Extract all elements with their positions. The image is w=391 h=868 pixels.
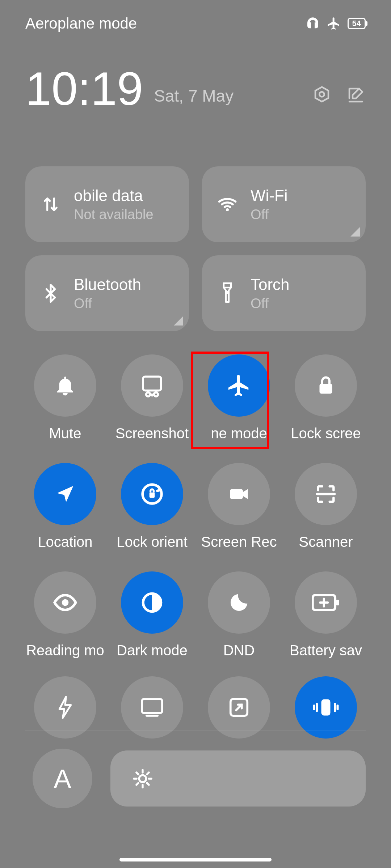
mobile-data-icon — [36, 190, 65, 219]
vibrate-toggle[interactable] — [282, 669, 369, 739]
clock-time: 10:19 — [25, 65, 143, 112]
screen-recorder-label: Screen Rec — [201, 534, 277, 550]
mobile-data-status: Not available — [74, 207, 154, 222]
battery-indicator: 54 — [348, 18, 366, 29]
scanner-toggle[interactable]: Scanner — [282, 459, 369, 568]
dnd-toggle[interactable]: DND — [196, 568, 282, 676]
brightness-row: A — [33, 749, 366, 808]
moon-icon — [228, 591, 250, 614]
status-bar: Aeroplane mode 54 — [0, 0, 391, 47]
screen-recorder-toggle[interactable]: Screen Rec — [196, 459, 282, 568]
expand-corner-icon — [174, 316, 183, 326]
flash-toggle[interactable] — [22, 669, 109, 739]
torch-status: Off — [251, 296, 290, 311]
status-title: Aeroplane mode — [25, 15, 137, 32]
svg-rect-7 — [320, 384, 332, 394]
svg-point-1 — [226, 208, 229, 211]
cast-toggle[interactable] — [109, 669, 196, 739]
location-icon — [54, 483, 76, 505]
svg-rect-9 — [150, 493, 155, 498]
battery-plus-icon — [312, 594, 340, 611]
wifi-icon — [213, 190, 242, 219]
brightness-slider[interactable] — [110, 750, 366, 807]
mute-label: Mute — [49, 425, 81, 442]
dark-mode-label: Dark mode — [117, 642, 188, 659]
eye-icon — [52, 590, 78, 615]
floating-window-toggle[interactable] — [196, 669, 282, 739]
screenshot-toggle[interactable]: Screenshot — [109, 351, 196, 459]
airplane-label: ne mode — [211, 425, 267, 442]
reading-mode-toggle[interactable]: Reading mo — [22, 568, 109, 676]
divider — [25, 731, 366, 731]
svg-rect-4 — [143, 376, 161, 391]
location-toggle[interactable]: Location — [22, 459, 109, 568]
lock-screen-label: Lock scree — [291, 425, 361, 442]
svg-rect-15 — [142, 699, 162, 713]
brightness-icon — [132, 768, 153, 789]
lock-orientation-label: Lock orient — [117, 534, 188, 550]
svg-point-6 — [154, 392, 158, 396]
svg-rect-10 — [230, 489, 243, 499]
mobile-data-tile[interactable]: obile data Not available — [25, 166, 189, 242]
contrast-icon — [140, 591, 164, 614]
svg-line-24 — [136, 772, 138, 774]
window-icon — [228, 696, 250, 719]
wifi-status: Off — [251, 207, 288, 222]
scissors-icon — [140, 374, 164, 397]
torch-tile[interactable]: Torch Off — [202, 255, 366, 331]
reading-mode-label: Reading mo — [26, 642, 104, 659]
torch-label: Torch — [251, 276, 290, 294]
screenshot-label: Screenshot — [115, 425, 189, 442]
battery-saver-toggle[interactable]: Battery sav — [282, 568, 369, 676]
airplane-toggle[interactable]: ne mode — [196, 351, 282, 459]
svg-rect-18 — [321, 699, 331, 716]
dnd-label: DND — [223, 642, 255, 659]
large-tiles: obile data Not available Wi-Fi Off Bluet… — [25, 166, 366, 331]
airplane-icon — [226, 373, 252, 398]
svg-point-19 — [139, 775, 146, 782]
font-size-button[interactable]: A — [33, 749, 92, 808]
small-toggles-row-4 — [22, 669, 369, 739]
bluetooth-icon — [36, 279, 65, 308]
dark-mode-toggle[interactable]: Dark mode — [109, 568, 196, 676]
svg-line-27 — [147, 772, 149, 774]
mobile-data-label: obile data — [74, 187, 154, 205]
lock-screen-toggle[interactable]: Lock scree — [282, 351, 369, 459]
svg-point-0 — [319, 92, 324, 97]
edit-icon[interactable] — [346, 85, 366, 105]
svg-point-5 — [146, 392, 150, 396]
torch-icon — [213, 279, 242, 308]
svg-rect-2 — [224, 283, 231, 288]
scanner-label: Scanner — [299, 534, 353, 550]
rotation-lock-icon — [139, 481, 165, 507]
svg-point-11 — [62, 599, 69, 606]
clock-date: Sat, 7 May — [154, 86, 234, 106]
bluetooth-label: Bluetooth — [74, 276, 141, 294]
vibrate-icon — [311, 697, 341, 718]
wifi-tile[interactable]: Wi-Fi Off — [202, 166, 366, 242]
headphones-icon — [306, 16, 320, 31]
airplane-icon — [327, 16, 341, 31]
svg-rect-14 — [336, 600, 339, 605]
expand-corner-icon — [350, 227, 360, 237]
screen-icon — [140, 697, 164, 718]
svg-line-25 — [147, 783, 149, 785]
svg-line-26 — [136, 783, 138, 785]
bluetooth-tile[interactable]: Bluetooth Off — [25, 255, 189, 331]
battery-saver-label: Battery sav — [290, 642, 362, 659]
video-icon — [227, 482, 251, 506]
navigation-bar[interactable] — [119, 858, 272, 861]
bolt-icon — [55, 695, 75, 720]
status-icons: 54 — [306, 16, 366, 31]
location-label: Location — [38, 534, 92, 550]
settings-icon[interactable] — [312, 85, 332, 105]
bell-icon — [53, 374, 77, 397]
mute-toggle[interactable]: Mute — [22, 351, 109, 459]
lock-icon — [315, 375, 337, 396]
small-toggles-grid: Mute Screenshot ne mode Lock scree — [22, 351, 369, 676]
lock-orientation-toggle[interactable]: Lock orient — [109, 459, 196, 568]
scan-icon — [314, 482, 337, 506]
time-row: 10:19 Sat, 7 May — [25, 65, 366, 112]
bluetooth-status: Off — [74, 296, 141, 311]
wifi-label: Wi-Fi — [251, 187, 288, 205]
